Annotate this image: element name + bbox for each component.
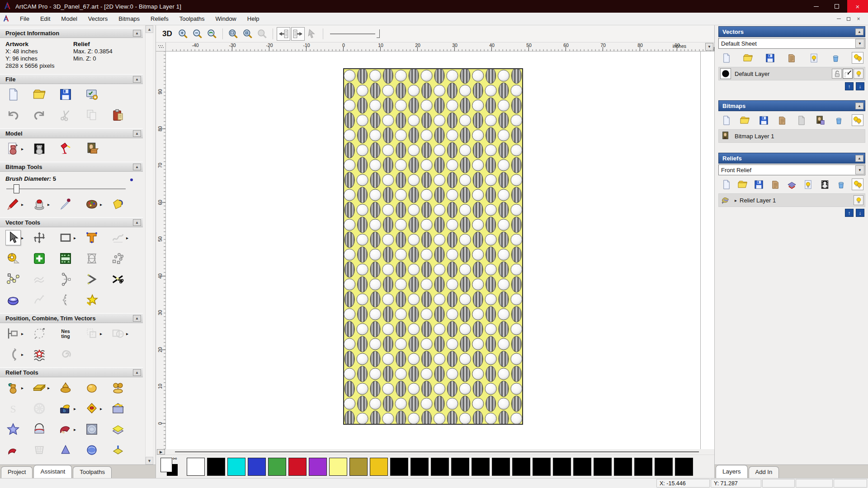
ruler-origin-icon[interactable] — [156, 42, 166, 52]
tab-add-in[interactable]: Add In — [749, 466, 779, 478]
brush-diameter-slider[interactable] — [5, 184, 137, 194]
vertical-ruler[interactable]: 9080706050403020100 — [156, 52, 166, 449]
mdi-restore-button[interactable] — [844, 14, 854, 23]
create-arc-icon[interactable] — [58, 272, 73, 287]
palette-swatch-2[interactable] — [227, 458, 245, 476]
blank-page-icon[interactable] — [795, 114, 807, 126]
text-block-icon[interactable] — [58, 251, 73, 266]
palette-swatch-18[interactable] — [553, 458, 571, 476]
zoom-rect-icon[interactable] — [226, 27, 240, 41]
palette-swatch-9[interactable] — [370, 458, 388, 476]
tab-toolpaths[interactable]: Toolpaths — [73, 466, 112, 478]
palette-swatch-1[interactable] — [207, 458, 225, 476]
collapse-button[interactable]: ▲ — [133, 315, 141, 322]
flyout-arrow-icon[interactable]: ▸ — [21, 146, 24, 151]
relief-dome-icon[interactable] — [84, 380, 99, 395]
menu-reliefs[interactable]: Reliefs — [145, 13, 174, 24]
reliefs-combo[interactable]: Front Relief▼ — [718, 164, 865, 175]
palette-swatch-4[interactable] — [268, 458, 286, 476]
new-model-icon[interactable] — [5, 87, 21, 102]
move-layer-up-icon[interactable]: ↑ — [845, 82, 854, 90]
section-header-relief-tools[interactable]: Relief Tools▲ — [0, 367, 143, 377]
project-information-header[interactable]: Project Information ▲ — [0, 28, 143, 38]
palette-swatch-23[interactable] — [655, 458, 673, 476]
section-header-position-combine-trim-vectors[interactable]: Position, Combine, Trim Vectors▲ — [0, 313, 143, 323]
tab-project[interactable]: Project — [1, 466, 33, 478]
toggle-visibility-icon[interactable] — [808, 52, 820, 64]
flyout-arrow-icon[interactable]: ▸ — [47, 202, 50, 207]
copy-icon[interactable] — [84, 108, 99, 123]
trim-vectors-icon[interactable] — [110, 272, 126, 287]
import-item-icon[interactable] — [786, 52, 798, 64]
minimize-button[interactable] — [806, 0, 826, 13]
create-ring-icon[interactable] — [5, 292, 21, 308]
bitmap-preview-icon[interactable] — [814, 114, 826, 126]
palette-swatch-17[interactable] — [533, 458, 551, 476]
texture-relief-icon[interactable] — [84, 422, 99, 437]
new-item-icon[interactable] — [720, 52, 732, 64]
menu-vectors[interactable]: Vectors — [83, 13, 113, 24]
swept-profile-icon[interactable] — [58, 422, 73, 437]
horizontal-scrollbar[interactable]: ▶ — [156, 449, 714, 455]
zoom-in-icon[interactable] — [176, 27, 190, 41]
tab-assistant[interactable]: Assistant — [33, 465, 72, 478]
fit-to-curves-icon[interactable] — [32, 347, 47, 362]
palette-swatch-11[interactable] — [410, 458, 429, 476]
collapse-button[interactable]: ▲ — [133, 219, 141, 226]
save-item-icon[interactable] — [764, 52, 776, 64]
texture-flow-icon[interactable] — [32, 422, 47, 437]
snap-grid-icon[interactable] — [32, 251, 47, 266]
mirror-vectors-icon[interactable] — [58, 292, 73, 308]
collapse-button[interactable]: ▲ — [133, 76, 141, 83]
link-colours-icon[interactable]: ⚯ — [173, 456, 177, 462]
collapse-button[interactable]: ▲ — [133, 369, 141, 376]
mdi-close-button[interactable]: × — [854, 14, 863, 23]
vectors-layer-row[interactable]: Default Layer — [718, 67, 865, 80]
reliefs-layer-row[interactable]: +▸Relief Layer 1 — [718, 193, 865, 207]
spin-relief-icon[interactable] — [58, 442, 73, 458]
slider-track[interactable] — [330, 33, 375, 34]
free-sketch-icon[interactable] — [32, 272, 47, 287]
save-item-icon[interactable] — [758, 114, 769, 126]
align-vectors-icon[interactable] — [5, 326, 21, 341]
opacity-slider[interactable] — [330, 28, 380, 40]
paste-icon[interactable] — [110, 108, 126, 123]
palette-swatch-20[interactable] — [594, 458, 612, 476]
ruler-options-icon[interactable]: ▼ — [705, 43, 713, 51]
sculpting-icon[interactable]: S — [5, 401, 21, 416]
redo-icon[interactable] — [32, 108, 47, 123]
expander-icon[interactable]: ▸ — [735, 198, 737, 203]
copy-to-bitmap-icon[interactable] — [291, 27, 305, 41]
save-file-icon[interactable] — [58, 87, 73, 102]
cut-icon[interactable] — [58, 108, 73, 123]
palette-swatch-12[interactable] — [431, 458, 449, 476]
section-header-model[interactable]: Model▲ — [0, 128, 143, 138]
flip-relief-icon[interactable] — [110, 401, 126, 416]
toggle-visibility-icon[interactable] — [802, 178, 814, 190]
flyout-arrow-icon[interactable]: ▸ — [21, 202, 24, 207]
primary-secondary-colour[interactable]: ⚯ — [160, 457, 183, 477]
zoom-limits-icon[interactable] — [255, 27, 269, 41]
text-on-curve-icon[interactable] — [32, 326, 47, 341]
shape-editor-icon[interactable] — [5, 380, 21, 395]
palette-swatch-21[interactable] — [614, 458, 632, 476]
save-item-icon[interactable] — [753, 178, 765, 190]
flyout-arrow-icon[interactable]: ▸ — [74, 235, 76, 240]
collapse-button[interactable]: ▲ — [855, 155, 863, 162]
flyout-arrow-icon[interactable]: ▸ — [47, 385, 50, 390]
flyout-arrow-icon[interactable]: ▸ — [126, 235, 128, 240]
smooth-relief-icon[interactable] — [58, 380, 73, 395]
group-vectors-icon[interactable] — [84, 326, 99, 341]
vector-wizard-icon[interactable] — [84, 292, 99, 308]
slider-handle[interactable] — [14, 184, 19, 193]
open-file-icon[interactable] — [32, 87, 47, 102]
merge-relief-icon[interactable] — [786, 178, 798, 190]
delete-item-icon[interactable] — [830, 52, 842, 64]
palette-swatch-6[interactable] — [309, 458, 327, 476]
palette-swatch-3[interactable] — [248, 458, 266, 476]
unwrap-vectors-icon[interactable] — [58, 347, 73, 362]
star-wizard-icon[interactable] — [5, 422, 21, 437]
combine-reliefs-icon[interactable] — [110, 380, 126, 395]
palette-swatch-14[interactable] — [472, 458, 490, 476]
vectors-combo[interactable]: Default Sheet▼ — [718, 38, 865, 49]
